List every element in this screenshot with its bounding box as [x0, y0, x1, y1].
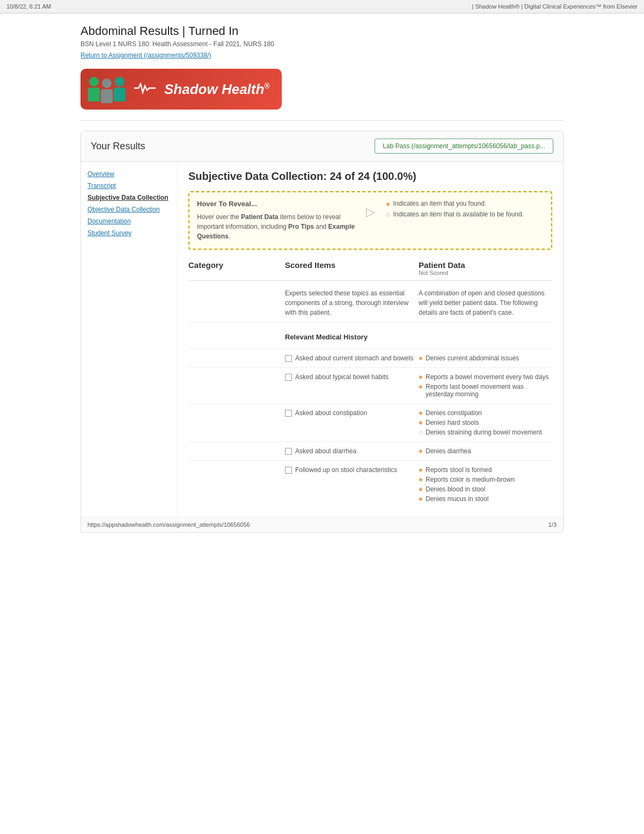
available-text: Indicates an item that is available to b… — [393, 211, 524, 218]
table-row: Asked about typical bowel habits ◈ Repor… — [188, 368, 552, 404]
arrow-icon: ▷ — [366, 205, 375, 219]
patient-item: ◈ Reports stool is formed — [419, 466, 552, 474]
checkbox-3[interactable] — [285, 410, 292, 417]
scored-cell-2: Asked about typical bowel habits — [285, 373, 419, 381]
checkbox-4[interactable] — [285, 448, 292, 455]
category-label-row: Relevant Medical History — [188, 322, 552, 349]
logo-section: Shadow Health® — [80, 69, 564, 110]
main-content: Subjective Data Collection: 24 of 24 (10… — [178, 162, 563, 517]
col-scored-header: Scored Items — [285, 260, 419, 276]
scored-text-1: Asked about current stomach and bowels — [295, 354, 413, 362]
sidebar-link-transcript[interactable]: Transcript — [87, 182, 171, 190]
patient-desc: A combination of open and closed questio… — [419, 288, 552, 317]
patient-text: Denies hard stools — [426, 419, 479, 426]
patient-item: ◈ Reports color is medium-brown — [419, 476, 552, 483]
patient-text: Denies mucus in stool — [426, 495, 488, 503]
scored-text-3: Asked about constipation — [295, 409, 367, 417]
table-description-row: Experts selected these topics as essenti… — [188, 284, 552, 322]
patient-cell-4: ◈ Denies diarrhea — [419, 447, 552, 455]
scored-text-5: Followed up on stool characteristics — [295, 466, 397, 474]
scored-cell-4: Asked about diarrhea — [285, 447, 419, 455]
sidebar-link-overview[interactable]: Overview — [87, 170, 171, 178]
sidebar-link-subjective[interactable]: Subjective Data Collection — [87, 194, 171, 201]
found-icon: ◈ — [419, 486, 423, 492]
patient-item: ◈ Denies mucus in stool — [419, 495, 552, 503]
patient-cell-2: ◈ Reports a bowel movement every two day… — [419, 373, 552, 398]
found-dot-icon: ◈ — [386, 201, 390, 207]
page-header: Abdominal Results | Turned In BSN Level … — [80, 24, 564, 59]
available-icon: ◇ — [419, 429, 423, 435]
patient-text: Denies blood in stool — [426, 485, 485, 493]
legend-found: ◈ Indicates an item that you found. — [386, 200, 544, 207]
results-header: Your Results Lab Pass (/assignment_attem… — [81, 131, 563, 162]
checkbox-1[interactable] — [285, 355, 292, 362]
patient-item: ◇ Denies straining during bowel movement — [419, 429, 552, 436]
patient-item: ◈ Denies blood in stool — [419, 485, 552, 493]
info-body: Hover over the Patient Data items below … — [197, 212, 355, 241]
scored-text-2: Asked about typical bowel habits — [295, 373, 389, 381]
page-subtitle: BSN Level 1 NURS 180: Health Assessment … — [80, 40, 564, 48]
found-icon: ◈ — [419, 355, 423, 361]
col-patient-header: Patient Data Not Scored — [419, 260, 552, 276]
figure-green — [88, 77, 100, 101]
browser-bar: 10/8/22, 6:21 AM | Shadow Health® | Digi… — [0, 0, 644, 13]
scored-text-4: Asked about diarrhea — [295, 447, 356, 455]
patient-text: Denies constipation — [426, 409, 482, 417]
lab-pass-button[interactable]: Lab Pass (/assignment_attempts/10656056/… — [375, 139, 553, 154]
logo-text: Shadow Health® — [164, 81, 270, 98]
return-link[interactable]: Return to Assignment (/assignments/50933… — [80, 52, 211, 59]
scored-cell-3: Asked about constipation — [285, 409, 419, 417]
patient-item: ◈ Denies current abdominal issues — [419, 354, 552, 362]
sidebar-link-student-survey[interactable]: Student Survey — [87, 229, 171, 237]
checkbox-2[interactable] — [285, 374, 292, 381]
results-container: Your Results Lab Pass (/assignment_attem… — [80, 130, 564, 533]
figure-teal — [114, 77, 126, 101]
patient-item: ◈ Denies diarrhea — [419, 447, 552, 455]
checkbox-5[interactable] — [285, 467, 292, 474]
legend-available: ◇ Indicates an item that is available to… — [386, 211, 544, 218]
footer-url: https://appshadowhealth.com/assignment_a… — [87, 521, 250, 528]
section-divider — [80, 120, 564, 121]
patient-item: ◈ Reports last bowel movement was yester… — [419, 383, 552, 398]
footer-pagination: 1/3 — [548, 521, 557, 528]
patient-text: Reports color is medium-brown — [426, 476, 515, 483]
main-layout: Overview Transcript Subjective Data Coll… — [81, 162, 563, 517]
scored-cell-5: Followed up on stool characteristics — [285, 466, 419, 474]
table-row: Asked about current stomach and bowels ◈… — [188, 349, 552, 368]
found-icon: ◈ — [419, 383, 423, 389]
info-left: Hover To Reveal... Hover over the Patien… — [197, 200, 355, 241]
found-icon: ◈ — [419, 496, 423, 502]
patient-text: Denies current abdominal issues — [426, 354, 519, 362]
table-row: Asked about constipation ◈ Denies consti… — [188, 404, 552, 442]
scored-cell-1: Asked about current stomach and bowels — [285, 354, 419, 362]
patient-text: Reports last bowel movement was yesterda… — [426, 383, 552, 398]
found-icon: ◈ — [419, 448, 423, 454]
found-icon: ◈ — [419, 419, 423, 425]
browser-timestamp: 10/8/22, 6:21 AM — [6, 3, 51, 10]
page-title: Abdominal Results | Turned In — [80, 24, 564, 38]
col-category-header: Category — [188, 260, 285, 276]
patient-text: Reports stool is formed — [426, 466, 492, 474]
data-table: Category Scored Items Patient Data Not S… — [188, 260, 552, 508]
found-text: Indicates an item that you found. — [393, 200, 486, 207]
info-heading: Hover To Reveal... — [197, 200, 355, 208]
patient-text: Denies diarrhea — [426, 447, 471, 455]
available-dot-icon: ◇ — [386, 212, 390, 217]
patient-item: ◈ Reports a bowel movement every two day… — [419, 373, 552, 381]
table-header-row: Category Scored Items Patient Data Not S… — [188, 260, 552, 281]
sidebar-link-documentation[interactable]: Documentation — [87, 217, 171, 225]
found-icon: ◈ — [419, 467, 423, 473]
table-row: Followed up on stool characteristics ◈ R… — [188, 461, 552, 508]
patient-text: Denies straining during bowel movement — [426, 429, 542, 436]
patient-cell-3: ◈ Denies constipation ◈ Denies hard stoo… — [419, 409, 552, 436]
found-icon: ◈ — [419, 410, 423, 416]
patient-cell-5: ◈ Reports stool is formed ◈ Reports colo… — [419, 466, 552, 503]
results-heading: Your Results — [91, 141, 145, 152]
sidebar-link-objective[interactable]: Objective Data Collection — [87, 206, 171, 213]
found-icon: ◈ — [419, 374, 423, 380]
sidebar-nav: Overview Transcript Subjective Data Coll… — [87, 170, 171, 237]
page-footer: https://appshadowhealth.com/assignment_a… — [81, 517, 563, 532]
patient-cell-1: ◈ Denies current abdominal issues — [419, 354, 552, 362]
category-label: Relevant Medical History — [285, 328, 552, 343]
sidebar: Overview Transcript Subjective Data Coll… — [81, 162, 178, 517]
